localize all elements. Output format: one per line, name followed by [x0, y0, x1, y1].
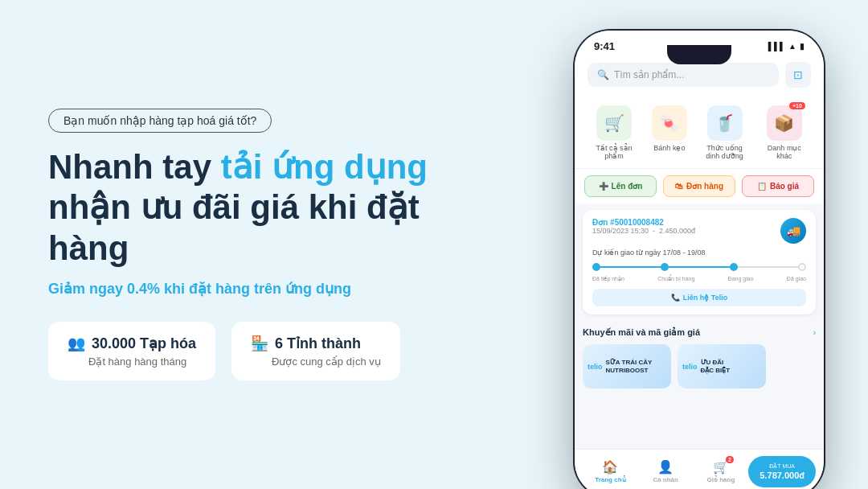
progress-track [592, 263, 806, 271]
scan-button[interactable]: ⊡ [785, 62, 811, 88]
search-placeholder: Tìm sản phẩm... [614, 69, 684, 80]
category-other-badge: +10 [789, 102, 805, 109]
store-icon: 🏪 [251, 335, 268, 352]
signal-icon: ▌▌▌ [768, 42, 785, 51]
stage-1: Đã tiếp nhận [592, 276, 624, 282]
category-drink-icon-box: 🥤 [707, 105, 743, 141]
category-all-icon: 🛒 [604, 113, 624, 133]
search-input[interactable]: 🔍 Tìm sản phẩm... [588, 63, 779, 87]
headline-part2: nhận ưu đãi giá khi đặt hàng [48, 188, 420, 266]
progress-dot-2 [661, 263, 669, 271]
battery-icon: ▮ [800, 42, 805, 51]
order-desc: Dự kiến giao từ ngày 17/08 - 19/08 [592, 249, 806, 257]
headline-highlight: tải ứng dụng [221, 148, 428, 186]
category-all-icon-box: 🛒 [596, 105, 632, 141]
stage-2: Chuẩn bị hàng [657, 276, 694, 282]
category-drink[interactable]: 🥤 Thức uống dinh dưỡng [702, 105, 747, 160]
action-order-icon: ➕ [599, 182, 608, 191]
stage-4: Đã giao [787, 276, 806, 282]
category-candy-label: Bánh kẹo [653, 144, 685, 152]
search-icon: 🔍 [597, 69, 609, 80]
cart-icon-wrap: 🛒 2 [713, 459, 729, 475]
progress-dot-3 [730, 263, 738, 271]
order-card: Đơn #50010008482 15/09/2023 15:30 - 2.45… [583, 210, 816, 314]
category-other-icon-box: 📦 +10 [767, 105, 802, 141]
progress-line-3 [738, 266, 798, 268]
subheadline-prefix: Giảm ngay [48, 281, 127, 297]
promo-section: Khuyến mãi và mã giảm giá › telio SỮA TR… [575, 321, 824, 392]
nav-profile[interactable]: 👤 Cá nhân [638, 459, 694, 483]
stage-3: Đang giao [728, 276, 754, 282]
stats-row: 👥 30.000 Tạp hóa Đặt hàng hàng tháng 🏪 6… [48, 322, 498, 380]
stat-sub-2: Được cung cấp dịch vụ [272, 355, 381, 368]
order-id: Đơn #50010008482 [592, 218, 695, 227]
stat-value-1: 30.000 Tạp hóa [92, 335, 196, 352]
promo-more-button[interactable]: › [813, 328, 816, 337]
action-btn-order[interactable]: ➕ Lên đơn [584, 175, 657, 197]
contact-telio-button[interactable]: 📞 Liên hệ Telio [592, 289, 806, 306]
action-buttons: ➕ Lên đơn 🛍 Đơn hàng 📋 Báo giá [575, 169, 824, 203]
left-content: Bạn muốn nhập hàng tạp hoá giá tốt? Nhan… [48, 109, 498, 380]
category-all-label: Tất cả sản phẩm [592, 144, 637, 160]
phone-frame: 9:41 ▌▌▌ ▲ ▮ 🔍 Tìm sản phẩm... ⊡ [575, 31, 824, 489]
stat-title-2: 🏪 6 Tỉnh thành [251, 335, 381, 352]
action-order-label: Lên đơn [612, 182, 643, 191]
subheadline-bold: 0.4% [127, 281, 160, 297]
category-candy[interactable]: 🍬 Bánh kẹo [652, 105, 687, 160]
stat-card-2: 🏪 6 Tỉnh thành Được cung cấp dịch vụ [231, 322, 400, 380]
category-other-icon: 📦 [774, 113, 794, 133]
badge-text: Bạn muốn nhập hàng tạp hoá giá tốt? [48, 109, 272, 133]
profile-icon: 👤 [657, 459, 674, 475]
stat-title-1: 👥 30.000 Tạp hóa [68, 335, 196, 352]
order-info: Đơn #50010008482 15/09/2023 15:30 - 2.45… [592, 218, 695, 235]
phone-icon: 📞 [671, 294, 680, 302]
category-other-label: Danh mục khác [762, 144, 806, 160]
status-time: 9:41 [594, 40, 615, 52]
action-btn-quote[interactable]: 📋 Báo giá [742, 175, 814, 197]
category-candy-icon: 🍬 [659, 113, 679, 133]
categories-row: 🛒 Tất cả sản phẩm 🍬 Bánh kẹo 🥤 [575, 97, 824, 169]
promo-header: Khuyến mãi và mã giảm giá › [583, 327, 816, 338]
category-drink-icon: 🥤 [714, 113, 735, 133]
headline-part1: Nhanh tay [48, 148, 221, 186]
wifi-icon: ▲ [788, 42, 796, 51]
category-all[interactable]: 🛒 Tất cả sản phẩm [592, 105, 637, 160]
progress-line-2 [669, 266, 729, 268]
order-date: 15/09/2023 15:30 - 2.450.000đ [592, 227, 695, 235]
promo-logo-1: telio [588, 363, 603, 371]
cart-badge: 2 [726, 456, 734, 463]
headline: Nhanh tay tải ứng dụng nhận ưu đãi giá k… [48, 147, 498, 269]
phone-notch [667, 45, 731, 64]
category-other[interactable]: 📦 +10 Danh mục khác [762, 105, 806, 160]
action-quote-label: Báo giá [770, 182, 799, 191]
promo-title: Khuyến mãi và mã giảm giá [583, 327, 700, 338]
bottom-nav: 🏠 Trang chủ 👤 Cá nhân 🛒 2 Giỏ hàng [575, 449, 824, 489]
buy-button[interactable]: ĐẶT MUA 5.787.000đ [748, 456, 816, 487]
promo-card-2[interactable]: telio ƯU ĐÃIĐẶC BIỆT [678, 344, 766, 388]
screen-content: 🔍 Tìm sản phẩm... ⊡ 🛒 Tất cả sản phẩm [575, 55, 824, 489]
nav-home[interactable]: 🏠 Trang chủ [583, 459, 638, 483]
category-candy-icon-box: 🍬 [652, 105, 687, 141]
subheadline: Giảm ngay 0.4% khi đặt hàng trên ứng dụn… [48, 280, 498, 298]
action-btn-orders[interactable]: 🛍 Đơn hàng [663, 175, 735, 197]
nav-home-label: Trang chủ [595, 476, 625, 483]
buy-btn-label: ĐẶT MUA [760, 462, 805, 470]
scan-icon: ⊡ [793, 68, 803, 81]
promo-cards: telio SỮA TRÁI CÂYNUTRIBOOST telio ƯU ĐÃ… [583, 344, 816, 388]
stat-value-2: 6 Tỉnh thành [275, 335, 361, 352]
action-orders-label: Đơn hàng [686, 182, 723, 191]
home-icon: 🏠 [602, 459, 618, 475]
stat-card-1: 👥 30.000 Tạp hóa Đặt hàng hàng tháng [48, 322, 215, 380]
promo-text-2: ƯU ĐÃIĐẶC BIỆT [701, 359, 731, 374]
nav-cart-label: Giỏ hàng [707, 476, 735, 483]
phone-screen: 9:41 ▌▌▌ ▲ ▮ 🔍 Tìm sản phẩm... ⊡ [575, 31, 824, 489]
nav-profile-label: Cá nhân [653, 476, 678, 483]
driver-avatar: 🚚 [780, 218, 806, 244]
status-icons: ▌▌▌ ▲ ▮ [768, 42, 805, 51]
promo-card-1[interactable]: telio SỮA TRÁI CÂYNUTRIBOOST [583, 344, 671, 388]
nav-cart[interactable]: 🛒 2 Giỏ hàng [694, 459, 749, 483]
progress-dot-4 [798, 263, 806, 271]
subheadline-suffix: khi đặt hàng trên ứng dụng [160, 281, 351, 297]
buy-btn-price: 5.787.000đ [760, 470, 805, 481]
people-icon: 👥 [68, 335, 85, 352]
